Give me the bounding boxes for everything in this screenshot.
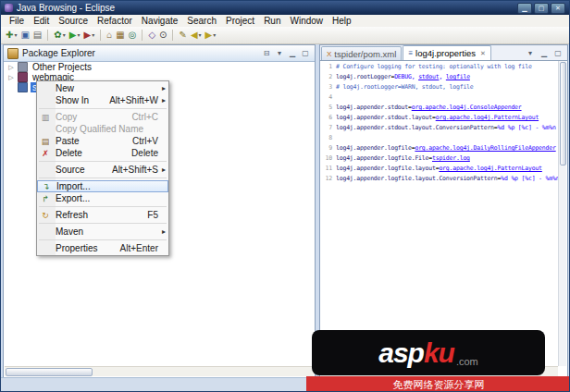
menu-separator [39, 223, 167, 224]
menu-source[interactable]: Source [54, 16, 93, 26]
menu-refactor[interactable]: Refactor [93, 16, 137, 26]
expand-arrow-icon[interactable]: ▷ [7, 74, 15, 81]
refresh-icon: ↻ [37, 211, 54, 220]
editor-tab-log4j-properties[interactable]: ≡log4j.properties✕ [403, 45, 491, 60]
maximize-icon[interactable]: ▢ [300, 49, 311, 57]
dropdown-arrow-icon[interactable]: ▾ [77, 29, 80, 42]
context-menu-item-refresh[interactable]: ↻RefreshF5 [37, 209, 168, 221]
last-edit-icon[interactable]: ✎ [178, 29, 187, 42]
context-menu-item-delete[interactable]: ✗DeleteDelete [37, 147, 168, 159]
new-wizard-icon[interactable]: ✚▾ [5, 29, 18, 42]
line-number: 12 [321, 174, 336, 184]
close-button[interactable]: ✕ [551, 3, 565, 14]
tree-item-label: Other Projects [31, 62, 93, 72]
export-icon: ↱ [37, 194, 54, 203]
menu-navigate[interactable]: Navigate [137, 16, 182, 26]
code-line: 12log4j.appender.logfile.layout.Conversi… [321, 174, 558, 184]
working-set-icon [18, 62, 28, 72]
package-explorer-hscrollbar[interactable] [5, 366, 314, 376]
code-line: 4 [321, 92, 558, 103]
line-number: 3 [321, 82, 336, 92]
copy-icon: ▥ [37, 113, 54, 122]
external-tools-icon[interactable]: ▶▾ [82, 29, 95, 42]
toolbar-separator [172, 30, 173, 41]
code-line: 3# log4j.rootLogger=WARN, stdout, logfil… [321, 82, 558, 92]
submenu-arrow-icon: ▸ [158, 227, 166, 236]
import-icon: ↴ [38, 182, 55, 191]
minimize-icon[interactable]: ▁ [287, 49, 298, 57]
minimize-button[interactable]: ▁ [517, 3, 532, 14]
menu-edit[interactable]: Edit [29, 16, 54, 26]
new-package-icon[interactable]: ▦ [115, 29, 125, 42]
maximize-button[interactable]: ▢ [534, 3, 549, 14]
code-line: 1# Configure logging for testing: option… [321, 62, 558, 72]
forward-icon[interactable]: ▶▾ [204, 29, 217, 42]
code-editor[interactable]: 1# Configure logging for testing: option… [321, 61, 558, 366]
view-menu-icon[interactable]: ▾ [274, 49, 285, 57]
editor-tab-tspider-pom-xml[interactable]: Xtspider/pom.xml [321, 46, 402, 60]
title-bar: Java Browsing - Eclipse ▁ ▢ ✕ [1, 1, 569, 15]
watermark-text-com: .com [456, 356, 478, 367]
collapse-all-icon[interactable]: ⊟ [261, 49, 272, 57]
run-icon[interactable]: ▶▾ [68, 29, 81, 42]
expand-arrow-icon[interactable]: ▷ [7, 64, 15, 71]
line-number: 6 [321, 113, 336, 123]
line-number: 7 [321, 123, 336, 133]
new-java-project-icon[interactable]: ⌂ [105, 29, 113, 42]
dropdown-arrow-icon[interactable]: ▾ [92, 29, 94, 42]
window-controls: ▁ ▢ ✕ [517, 3, 565, 14]
watermark-text-asp: asp [378, 337, 424, 369]
open-type-icon[interactable]: ◇ [147, 29, 156, 42]
context-menu-item-show-in[interactable]: Show InAlt+Shift+W▸ [37, 94, 168, 106]
menu-run[interactable]: Run [259, 16, 285, 26]
dropdown-arrow-icon[interactable]: ▾ [14, 29, 17, 42]
context-menu-item-maven[interactable]: Maven▸ [37, 226, 168, 238]
watermark-logo: asp ku .com [312, 330, 545, 375]
dropdown-arrow-icon[interactable]: ▾ [63, 29, 66, 42]
menu-separator [39, 206, 167, 207]
maximize-icon[interactable]: ▢ [552, 49, 564, 57]
vscroll-thumb[interactable] [560, 62, 566, 165]
editor-area: Xtspider/pom.xml≡log4j.properties✕ ▾▁▢ 1… [319, 44, 568, 378]
context-menu-item-new[interactable]: New▸ [37, 82, 168, 94]
paste-icon: ▤ [37, 137, 54, 146]
line-number: 1 [321, 62, 336, 72]
context-menu-item-paste[interactable]: ▤PasteCtrl+V [37, 135, 168, 147]
close-icon[interactable]: ✕ [480, 50, 486, 57]
dropdown-arrow-icon[interactable]: ▾ [213, 29, 216, 42]
tab-list-icon[interactable]: ▾ [525, 49, 536, 57]
project-icon [18, 82, 28, 92]
context-menu-item-source[interactable]: SourceAlt+Shift+S▸ [37, 164, 168, 176]
hscroll-thumb[interactable] [6, 368, 93, 376]
context-menu-item-properties[interactable]: PropertiesAlt+Enter [37, 242, 168, 254]
context-menu-item-import[interactable]: ↴Import... [37, 180, 168, 192]
editor-vscrollbar[interactable] [558, 61, 566, 366]
menu-separator [39, 161, 167, 162]
code-line: 8 [321, 133, 558, 143]
menu-search[interactable]: Search [182, 16, 221, 26]
menu-bar: FileEditSourceRefactorNavigateSearchProj… [1, 15, 569, 28]
eclipse-app-icon [5, 4, 13, 12]
main-toolbar: ✚▾▣▤✿▾▶▾▶▾⌂▦◎◇⊙✎◀▾▶▾ [1, 27, 569, 44]
debug-icon[interactable]: ✿▾ [53, 29, 66, 42]
window-title: Java Browsing - Eclipse [17, 3, 115, 13]
editor-tabbar-icons: ▾▁▢ [521, 49, 567, 57]
menu-help[interactable]: Help [328, 16, 356, 26]
minimize-icon[interactable]: ▁ [539, 49, 550, 57]
print-icon[interactable]: ▤ [32, 29, 43, 42]
dropdown-arrow-icon[interactable]: ▾ [199, 29, 202, 42]
back-icon[interactable]: ◀▾ [190, 29, 203, 42]
code-line: 9log4j.appender.logfile=org.apache.log4j… [321, 143, 558, 153]
menu-window[interactable]: Window [285, 16, 328, 26]
editor-tab-bar: Xtspider/pom.xml≡log4j.properties✕ ▾▁▢ [320, 45, 567, 61]
code-line: 5log4j.appender.stdout=org.apache.log4j.… [321, 103, 558, 113]
save-icon[interactable]: ▣ [19, 29, 30, 42]
view-title: Package Explorer [22, 48, 95, 58]
menu-file[interactable]: File [5, 16, 29, 26]
menu-project[interactable]: Project [221, 16, 259, 26]
new-class-icon[interactable]: ◎ [128, 29, 138, 42]
context-menu-item-export[interactable]: ↱Export... [37, 192, 168, 204]
search-icon[interactable]: ⊙ [158, 29, 167, 42]
tree-item-other-projects[interactable]: ▷Other Projects [5, 62, 314, 72]
line-number: 11 [321, 164, 336, 174]
